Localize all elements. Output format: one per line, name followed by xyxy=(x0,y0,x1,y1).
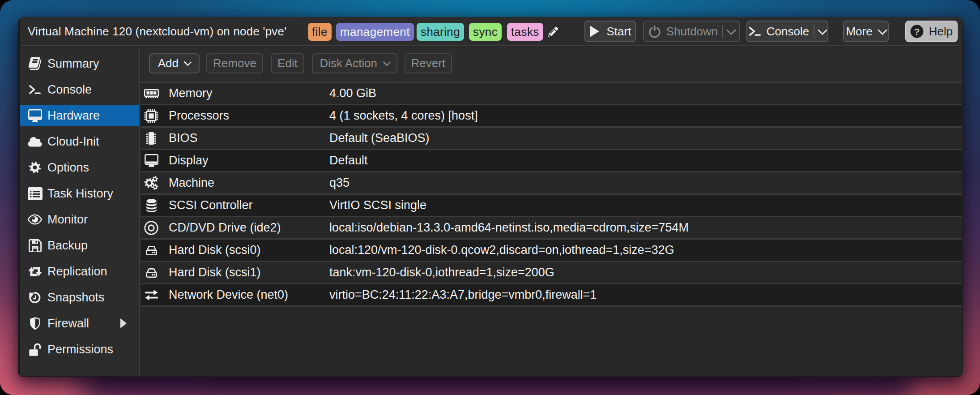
svg-text:?: ? xyxy=(914,26,920,37)
